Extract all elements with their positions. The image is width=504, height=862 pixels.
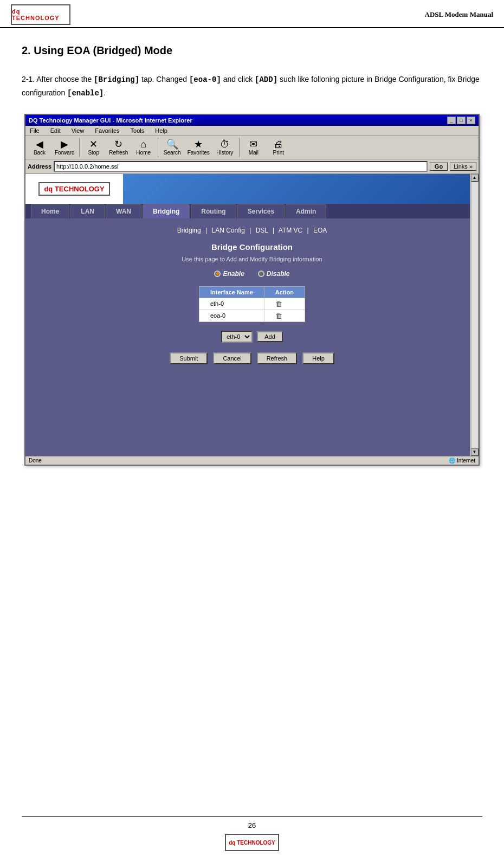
status-done: Done [29, 458, 42, 464]
refresh-icon: ↻ [114, 139, 122, 149]
interface-select[interactable]: eth-0 [221, 331, 253, 343]
subnav-dsl[interactable]: DSL [256, 227, 268, 234]
refresh-button[interactable]: ↻ Refresh [107, 138, 131, 157]
row-eth0-action[interactable]: 🗑 [264, 298, 305, 310]
print-icon: 🖨 [274, 139, 283, 149]
print-button[interactable]: 🖨 Print [267, 138, 290, 157]
menu-edit[interactable]: Edit [48, 127, 63, 134]
favorites-label: Favorites [188, 150, 210, 156]
para-bold-1: [Bridging] [94, 75, 139, 84]
tab-services[interactable]: Services [237, 204, 285, 218]
section-title: 2. Using EOA (Bridged) Mode [22, 44, 482, 57]
menu-help[interactable]: Help [153, 127, 170, 134]
dq-blue-area [123, 174, 479, 204]
browser-statusbar: Done 🌐 Internet [25, 456, 479, 465]
home-label: Home [136, 150, 151, 156]
forward-button[interactable]: ▶ Forward [53, 138, 77, 157]
radio-enable-label[interactable]: Enable [214, 270, 244, 278]
para-mono-2: [enable] [67, 89, 104, 98]
subnav-sep1: | [205, 227, 207, 234]
tab-home[interactable]: Home [31, 204, 69, 218]
radio-row: Enable Disable [42, 270, 462, 278]
scroll-track[interactable] [471, 182, 479, 448]
radio-disable-dot [258, 271, 264, 277]
header-logo-area: dq TECHNOLOGY [11, 4, 76, 25]
scroll-down-arrow[interactable]: ▼ [471, 448, 479, 456]
col-action: Action [264, 286, 305, 298]
browser-menubar: File Edit View Favorites Tools Help [25, 126, 479, 136]
refresh-page-button[interactable]: Refresh [257, 352, 298, 364]
close-button[interactable]: × [467, 117, 475, 124]
tab-routing[interactable]: Routing [191, 204, 236, 218]
help-button[interactable]: Help [302, 352, 334, 364]
back-button[interactable]: ◀ Back [28, 138, 51, 157]
mail-icon: ✉ [249, 139, 257, 149]
para-text-3: and click [221, 75, 255, 83]
subnav-bridging[interactable]: Bridging [177, 227, 201, 234]
subnav-atmvc[interactable]: ATM VC [279, 227, 302, 234]
page-header: dq TECHNOLOGY ADSL Modem Manual [0, 0, 504, 28]
dq-logo-text: dq TECHNOLOGY [38, 182, 109, 196]
body-paragraph: 2-1. After choose the [Bridging] tap. Ch… [22, 73, 482, 100]
menu-file[interactable]: File [28, 127, 42, 134]
search-button[interactable]: 🔍 Search [160, 138, 184, 157]
address-input[interactable]: http://10.0.0.2/home.ssi [54, 161, 428, 172]
menu-tools[interactable]: Tools [128, 127, 147, 134]
radio-disable-label[interactable]: Disable [258, 270, 290, 278]
cancel-button[interactable]: Cancel [213, 352, 251, 364]
scroll-up-arrow[interactable]: ▲ [471, 174, 479, 182]
add-button[interactable]: Add [257, 331, 283, 342]
add-row: eth-0 Add [42, 331, 462, 343]
submit-button[interactable]: Submit [170, 352, 208, 364]
favorites-button[interactable]: ★ Favorites [185, 138, 212, 157]
subnav-sep4: | [307, 227, 309, 234]
col-interface-name: Interface Name [199, 286, 264, 298]
page-number: 26 [248, 821, 256, 829]
subnav-lanconfig[interactable]: LAN Config [212, 227, 245, 234]
tab-bridging[interactable]: Bridging [143, 204, 190, 218]
para-text-5: . [104, 88, 106, 97]
history-button[interactable]: ⏱ History [213, 138, 237, 157]
row-eoa0-interface: eoa-0 [199, 310, 264, 321]
stop-label: Stop [88, 150, 99, 156]
sub-nav: Bridging | LAN Config | DSL | ATM VC | E… [42, 227, 462, 234]
status-internet: 🌐 Internet [449, 458, 475, 464]
menu-view[interactable]: View [69, 127, 87, 134]
tab-wan[interactable]: WAN [106, 204, 141, 218]
browser-addressbar: Address http://10.0.0.2/home.ssi Go Link… [25, 159, 479, 174]
row-eoa0-action[interactable]: 🗑 [264, 310, 305, 321]
links-button[interactable]: Links » [450, 162, 476, 171]
tab-lan[interactable]: LAN [70, 204, 105, 218]
menu-favorites[interactable]: Favorites [93, 127, 121, 134]
trash-icon-eth0[interactable]: 🗑 [275, 300, 282, 308]
toolbar-sep-1 [79, 138, 80, 157]
home-button[interactable]: ⌂ Home [132, 138, 156, 157]
minimize-button[interactable]: _ [447, 117, 456, 124]
main-content: 2. Using EOA (Bridged) Mode 2-1. After c… [0, 28, 504, 498]
search-icon: 🔍 [166, 139, 178, 149]
search-label: Search [164, 150, 181, 156]
forward-icon: ▶ [61, 139, 68, 149]
internet-icon: 🌐 [449, 458, 455, 464]
para-text-2: tap. Changed [139, 75, 189, 83]
bridge-table: Interface Name Action eth-0 🗑 eoa-0 [199, 286, 305, 322]
browser-titlebar: DQ Technology Manager GUI - Microsoft In… [25, 115, 479, 126]
browser-toolbar: ◀ Back ▶ Forward ✕ Stop ↻ Refresh ⌂ Home [25, 136, 479, 159]
go-button[interactable]: Go [430, 162, 448, 171]
para-text-1: 2-1. After choose the [22, 75, 94, 83]
favorites-icon: ★ [194, 139, 203, 149]
page-inner: Bridging | LAN Config | DSL | ATM VC | E… [25, 218, 479, 435]
radio-enable-dot [214, 271, 221, 277]
tab-admin[interactable]: Admin [286, 204, 326, 218]
header-logo: dq TECHNOLOGY [11, 4, 70, 25]
mail-button[interactable]: ✉ Mail [242, 138, 266, 157]
action-buttons: Submit Cancel Refresh Help [42, 352, 462, 364]
footer-line [22, 816, 482, 817]
mail-label: Mail [249, 150, 259, 156]
para-mono-1: [eoa-0] [189, 75, 221, 84]
dq-logo-bar: dq TECHNOLOGY [25, 174, 479, 204]
trash-icon-eoa0[interactable]: 🗑 [275, 312, 282, 320]
maximize-button[interactable]: □ [457, 117, 466, 124]
stop-button[interactable]: ✕ Stop [82, 138, 106, 157]
subnav-eoa[interactable]: EOA [313, 227, 327, 234]
